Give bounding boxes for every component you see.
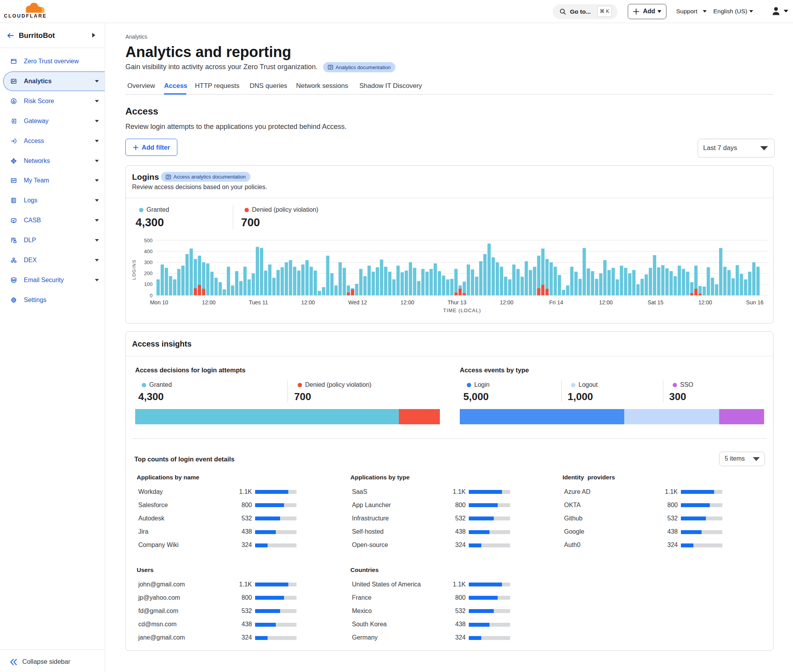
svg-text:12:00: 12:00 xyxy=(301,299,315,306)
svg-text:Mon 10: Mon 10 xyxy=(150,299,168,306)
svg-text:Sun 16: Sun 16 xyxy=(746,299,764,306)
svg-text:100: 100 xyxy=(144,281,153,287)
svg-text:Fri 14: Fri 14 xyxy=(549,299,563,306)
svg-text:300: 300 xyxy=(144,259,153,265)
svg-text:LOGINS: LOGINS xyxy=(132,259,136,280)
svg-text:12:00: 12:00 xyxy=(698,299,712,306)
svg-text:Tues 11: Tues 11 xyxy=(249,299,268,306)
svg-text:12:00: 12:00 xyxy=(599,299,613,306)
svg-text:200: 200 xyxy=(144,270,153,276)
svg-text:400: 400 xyxy=(144,248,153,254)
svg-text:12:00: 12:00 xyxy=(500,299,513,306)
svg-text:Thur 13: Thur 13 xyxy=(448,299,466,306)
svg-text:0: 0 xyxy=(150,293,152,298)
svg-text:12:00: 12:00 xyxy=(400,299,414,306)
svg-text:Sat 15: Sat 15 xyxy=(648,299,664,306)
svg-text:Wed 12: Wed 12 xyxy=(348,299,367,306)
svg-text:TIME (LOCAL): TIME (LOCAL) xyxy=(443,308,481,313)
svg-text:12:00: 12:00 xyxy=(202,299,216,306)
svg-text:500: 500 xyxy=(144,238,153,243)
